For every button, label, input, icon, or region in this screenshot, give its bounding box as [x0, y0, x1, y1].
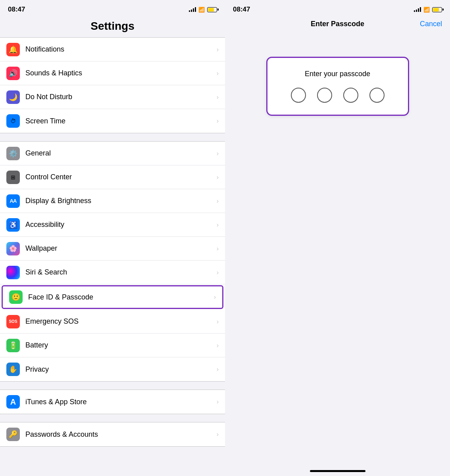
privacy-icon: ✋ — [6, 363, 20, 376]
cancel-button[interactable]: Cancel — [420, 20, 442, 28]
settings-row-itunes[interactable]: A iTunes & App Store › — [0, 390, 225, 414]
siri-label: Siri & Search — [25, 268, 213, 276]
nav-title: Enter Passcode — [311, 20, 364, 28]
status-bar-right: 08:47 📶 — [225, 0, 450, 17]
time-left: 08:47 — [8, 6, 25, 13]
chevron-battery: › — [217, 342, 219, 349]
status-icons-left: 📶 — [189, 7, 217, 13]
passcode-content: Enter your passcode — [225, 33, 450, 470]
passwords-icon: 🔑 — [6, 428, 20, 441]
chevron-controlcenter: › — [217, 174, 219, 181]
wallpaper-label: Wallpaper — [25, 244, 213, 253]
battery-status-icon-right — [432, 7, 442, 12]
settings-row-accessibility[interactable]: ♿ Accessibility › — [0, 213, 225, 237]
accessibility-icon: ♿ — [6, 218, 20, 232]
status-bar-left: 08:47 📶 — [0, 0, 225, 17]
chevron-screentime: › — [217, 117, 219, 125]
chevron-privacy: › — [217, 366, 219, 373]
chevron-siri: › — [217, 269, 219, 276]
privacy-label: Privacy — [25, 365, 213, 374]
accessibility-label: Accessibility — [25, 221, 213, 229]
settings-row-siri[interactable]: Siri & Search › — [0, 261, 225, 284]
settings-group-1: 🔔 Notifications › 🔊 Sounds & Haptics › 🌙… — [0, 37, 225, 133]
controlcenter-icon: ⊞ — [6, 171, 20, 184]
page-title: Settings — [8, 20, 217, 33]
passwords-label: Passwords & Accounts — [25, 430, 213, 439]
settings-row-notifications[interactable]: 🔔 Notifications › — [0, 38, 225, 61]
chevron-wallpaper: › — [217, 245, 219, 252]
settings-row-wallpaper[interactable]: 🌸 Wallpaper › — [0, 237, 225, 261]
right-panel: 08:47 📶 Enter Passcode Cancel Enter your… — [225, 0, 450, 476]
status-icons-right: 📶 — [414, 7, 442, 13]
battery-status-icon — [207, 7, 217, 12]
chevron-display: › — [217, 198, 219, 205]
notifications-icon: 🔔 — [6, 43, 20, 56]
chevron-accessibility: › — [217, 221, 219, 228]
passcode-prompt: Enter your passcode — [305, 70, 370, 78]
signal-icon-right — [414, 7, 421, 12]
settings-row-display[interactable]: AA Display & Brightness › — [0, 189, 225, 213]
left-panel: 08:47 📶 Settings 🔔 Notifications › — [0, 0, 225, 476]
signal-icon — [189, 7, 196, 12]
settings-row-passwords[interactable]: 🔑 Passwords & Accounts › — [0, 422, 225, 446]
chevron-faceid: › — [214, 294, 216, 301]
faceid-label: Face ID & Passcode — [28, 293, 211, 301]
passcode-dot-1 — [291, 88, 306, 103]
display-icon: AA — [6, 194, 20, 208]
screentime-label: Screen Time — [25, 117, 213, 125]
siri-icon — [6, 266, 20, 279]
chevron-sounds: › — [217, 70, 219, 77]
controlcenter-label: Control Center — [25, 173, 213, 181]
sounds-icon: 🔊 — [6, 67, 20, 80]
settings-row-battery[interactable]: 🔋 Battery › — [0, 334, 225, 357]
time-right: 08:47 — [233, 6, 250, 13]
chevron-itunes: › — [217, 398, 219, 405]
sounds-label: Sounds & Haptics — [25, 69, 213, 77]
battery-label: Battery — [25, 341, 213, 349]
passcode-dot-4 — [369, 88, 385, 103]
donotdisturb-icon: 🌙 — [6, 90, 20, 104]
screentime-icon: ⏱ — [6, 114, 20, 128]
settings-row-screentime[interactable]: ⏱ Screen Time › — [0, 109, 225, 133]
itunes-icon: A — [6, 395, 20, 409]
settings-row-sounds[interactable]: 🔊 Sounds & Haptics › — [0, 61, 225, 85]
wallpaper-icon: 🌸 — [6, 242, 20, 255]
chevron-notifications: › — [217, 46, 219, 53]
passcode-dot-3 — [343, 88, 358, 103]
notifications-label: Notifications — [25, 45, 213, 54]
chevron-general: › — [217, 150, 219, 157]
settings-row-privacy[interactable]: ✋ Privacy › — [0, 357, 225, 381]
settings-group-2: ⚙️ General › ⊞ Control Center › AA Displ… — [0, 141, 225, 382]
general-label: General — [25, 149, 213, 157]
settings-row-faceid[interactable]: 🙂 Face ID & Passcode › — [2, 285, 223, 309]
sos-label: Emergency SOS — [25, 317, 213, 326]
wifi-icon: 📶 — [198, 7, 205, 13]
chevron-sos: › — [217, 318, 219, 325]
sos-icon: SOS — [6, 315, 20, 328]
settings-group-4: 🔑 Passwords & Accounts › — [0, 422, 225, 447]
passcode-dots — [291, 88, 385, 103]
chevron-donotdisturb: › — [217, 94, 219, 101]
home-indicator-right — [310, 470, 365, 472]
page-title-bar: Settings — [0, 17, 225, 37]
itunes-label: iTunes & App Store — [25, 398, 213, 406]
settings-row-general[interactable]: ⚙️ General › — [0, 142, 225, 165]
settings-list: 🔔 Notifications › 🔊 Sounds & Haptics › 🌙… — [0, 37, 225, 476]
chevron-passwords: › — [217, 431, 219, 438]
donotdisturb-label: Do Not Disturb — [25, 93, 213, 101]
display-label: Display & Brightness — [25, 197, 213, 205]
settings-row-sos[interactable]: SOS Emergency SOS › — [0, 310, 225, 334]
settings-group-3: A iTunes & App Store › — [0, 390, 225, 414]
battery-icon: 🔋 — [6, 339, 20, 352]
passcode-dot-2 — [317, 88, 332, 103]
passcode-box: Enter your passcode — [266, 57, 409, 116]
nav-bar: Enter Passcode Cancel — [225, 17, 450, 33]
wifi-icon-right: 📶 — [423, 7, 430, 13]
general-icon: ⚙️ — [6, 147, 20, 160]
settings-row-controlcenter[interactable]: ⊞ Control Center › — [0, 165, 225, 189]
settings-row-donotdisturb[interactable]: 🌙 Do Not Disturb › — [0, 85, 225, 109]
faceid-icon: 🙂 — [9, 290, 23, 304]
